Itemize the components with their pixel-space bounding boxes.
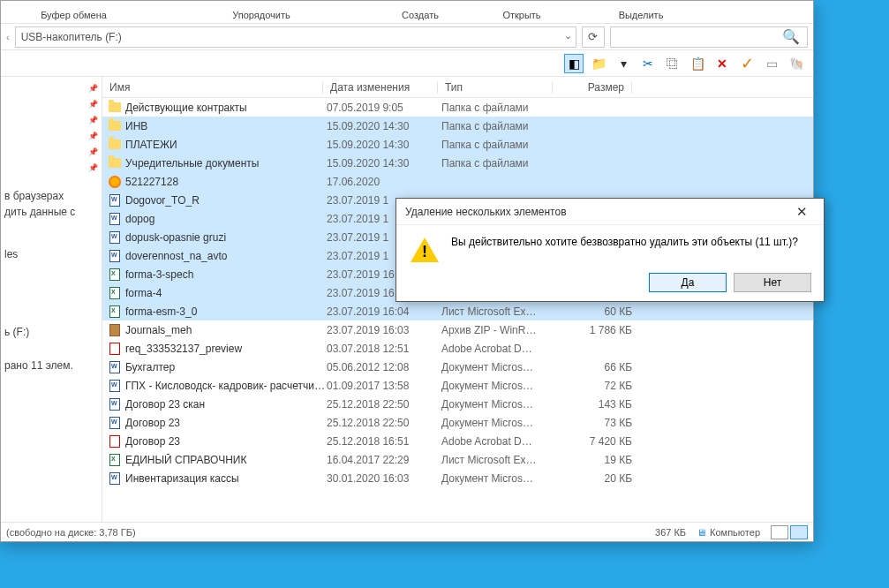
dialog-close-button[interactable]: ✕ xyxy=(789,202,815,222)
ribbon-create[interactable]: Создать xyxy=(376,10,464,23)
ribbon-clipboard[interactable]: Буфер обмена xyxy=(1,10,147,23)
sidebar-item[interactable]: 📌 xyxy=(3,112,100,128)
file-row[interactable]: ГПХ - Кисловодск- кадровик- расчетчи…01.… xyxy=(102,376,813,395)
dialog-titlebar: Удаление нескольких элементов ✕ xyxy=(396,199,824,225)
file-type: Архив ZIP - WinR… xyxy=(441,324,556,336)
file-icon xyxy=(108,416,122,430)
ribbon: Буфер обмена Упорядочить Создать Открыть… xyxy=(1,1,813,24)
secondary-toolbar: ◧ 📁 ▾ ✂ ⿻ 📋 ✕ ✓ ▭ 🐚 xyxy=(1,50,813,77)
search-box[interactable]: 🔍 xyxy=(610,26,808,48)
delete-icon[interactable]: ✕ xyxy=(712,54,732,73)
file-row[interactable]: req_333532137_preview03.07.2018 12:51Ado… xyxy=(102,339,813,358)
col-size[interactable]: Размер xyxy=(553,81,632,94)
sidebar-item[interactable]: 📌 xyxy=(3,128,100,144)
view-icon[interactable]: ◧ xyxy=(564,54,584,73)
file-type: Документ Micros… xyxy=(441,472,556,485)
paste-icon[interactable]: 📋 xyxy=(688,54,707,73)
shell-icon[interactable]: 🐚 xyxy=(787,54,806,73)
ribbon-select[interactable]: Выделить xyxy=(579,10,703,23)
file-type: Adobe Acrobat D… xyxy=(441,343,556,355)
file-row[interactable]: Договор 2325.12.2018 22:50Документ Micro… xyxy=(102,413,813,432)
check-icon[interactable]: ✓ xyxy=(737,54,757,73)
pin-icon: 📌 xyxy=(88,84,98,93)
dropdown-icon[interactable]: ▾ xyxy=(614,54,633,73)
file-icon xyxy=(108,471,122,486)
nav-back-icon[interactable]: ‹ xyxy=(6,32,10,42)
col-date[interactable]: Дата изменения xyxy=(323,81,438,94)
ribbon-open[interactable]: Открыть xyxy=(464,10,579,23)
file-row[interactable]: Договор 23 скан25.12.2018 22:50Документ … xyxy=(102,395,813,413)
file-name: ИНВ xyxy=(125,120,327,132)
file-row[interactable]: ПЛАТЕЖИ15.09.2020 14:30Папка с файлами xyxy=(102,135,813,154)
col-name[interactable]: Имя xyxy=(102,81,323,94)
file-row[interactable]: Бухгалтер05.06.2012 12:08Документ Micros… xyxy=(102,358,813,376)
sidebar-item[interactable]: 📌 xyxy=(3,144,100,160)
address-row: ‹ USB-накопитель (F:) ⌄ ⟳ 🔍 xyxy=(1,24,813,50)
file-date: 25.12.2018 16:51 xyxy=(327,435,441,448)
file-icon xyxy=(108,323,122,337)
file-type: Папка с файлами xyxy=(441,120,556,132)
file-icon xyxy=(108,305,122,319)
file-row[interactable]: Инвентаризация кассы30.01.2020 16:03Доку… xyxy=(102,469,813,487)
address-bar[interactable]: USB-накопитель (F:) ⌄ xyxy=(15,26,576,48)
view-details-icon[interactable] xyxy=(790,525,808,539)
file-row[interactable]: ИНВ15.09.2020 14:30Папка с файлами xyxy=(102,117,813,135)
file-name: doverennost_na_avto xyxy=(125,250,327,262)
file-icon xyxy=(108,434,122,449)
file-date: 23.07.2019 16:03 xyxy=(327,324,441,336)
copy-icon[interactable]: ⿻ xyxy=(663,54,682,73)
address-dropdown-icon[interactable]: ⌄ xyxy=(564,30,572,41)
file-icon xyxy=(108,360,122,374)
file-row[interactable]: Договор 2325.12.2018 16:51Adobe Acrobat … xyxy=(102,432,813,450)
properties-icon[interactable]: ▭ xyxy=(762,54,781,73)
file-row[interactable]: 52122712817.06.2020 xyxy=(102,172,813,191)
sidebar-item[interactable]: дить данные с xyxy=(3,204,100,220)
file-size: 60 КБ xyxy=(556,305,632,318)
file-icon xyxy=(108,286,122,300)
file-size: 20 КБ xyxy=(556,472,632,485)
file-date: 23.07.2019 16:04 xyxy=(327,305,441,318)
file-date: 15.09.2020 14:30 xyxy=(327,157,441,170)
file-size: 1 786 КБ xyxy=(556,324,632,336)
file-row[interactable]: Journals_meh23.07.2019 16:03Архив ZIP - … xyxy=(102,320,813,339)
file-size: 66 КБ xyxy=(556,361,632,373)
file-name: Dogovor_TO_R xyxy=(125,194,327,207)
file-icon xyxy=(108,193,122,207)
file-row[interactable]: Действующие контракты07.05.2019 9:05Папк… xyxy=(102,98,813,117)
col-type[interactable]: Тип xyxy=(438,81,553,94)
folder-move-icon[interactable]: 📁 xyxy=(589,54,608,73)
file-size: 143 КБ xyxy=(556,398,632,411)
file-row[interactable]: forma-esm-3_023.07.2019 16:04Лист Micros… xyxy=(102,302,813,320)
file-icon xyxy=(108,175,122,189)
file-row[interactable]: ЕДИНЫЙ СПРАВОЧНИК16.04.2017 22:29Лист Mi… xyxy=(102,450,813,469)
pin-icon: 📌 xyxy=(88,147,98,156)
file-name: Действующие контракты xyxy=(125,102,327,114)
file-icon xyxy=(108,249,122,263)
ribbon-organize[interactable]: Упорядочить xyxy=(147,10,376,23)
view-large-icon[interactable] xyxy=(771,525,788,539)
sidebar-item[interactable]: в браузерах xyxy=(3,188,100,204)
file-type: Adobe Acrobat D… xyxy=(441,435,556,448)
file-name: ГПХ - Кисловодск- кадровик- расчетчи… xyxy=(125,380,327,392)
pin-icon: 📌 xyxy=(88,132,98,140)
sidebar-item[interactable]: 📌 xyxy=(3,160,100,176)
file-size: 19 КБ xyxy=(556,454,632,466)
sidebar-item[interactable]: les xyxy=(3,246,100,262)
file-size: 7 420 КБ xyxy=(556,435,632,448)
refresh-button[interactable]: ⟳ xyxy=(582,26,605,48)
file-type: Документ Micros… xyxy=(441,380,556,392)
file-type: Документ Micros… xyxy=(441,417,556,429)
file-date: 01.09.2017 13:58 xyxy=(327,380,441,392)
yes-button[interactable]: Да xyxy=(649,273,727,292)
sidebar-item[interactable]: 📌 xyxy=(3,96,100,112)
sidebar-item[interactable]: ь (F:) xyxy=(3,324,100,340)
sidebar-selection: рано 11 элем. xyxy=(3,358,100,373)
dialog-title: Удаление нескольких элементов xyxy=(405,206,567,218)
cut-icon[interactable]: ✂ xyxy=(638,54,658,73)
file-name: Договор 23 xyxy=(125,435,327,448)
sidebar-item[interactable]: 📌 xyxy=(3,80,100,96)
no-button[interactable]: Нет xyxy=(734,273,811,292)
file-row[interactable]: Учредительные документы15.09.2020 14:30П… xyxy=(102,154,813,172)
file-date: 17.06.2020 xyxy=(327,176,441,188)
file-icon xyxy=(108,230,122,245)
